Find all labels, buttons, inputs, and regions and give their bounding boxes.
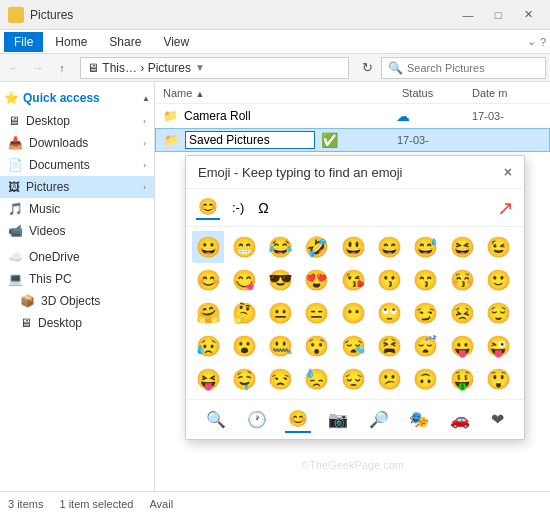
footer-clock-icon[interactable]: 🕐 (244, 407, 270, 432)
footer-magnify-icon[interactable]: 🔎 (366, 407, 392, 432)
refresh-button[interactable]: ↻ (357, 58, 377, 78)
thispc-icon: 💻 (8, 272, 23, 286)
footer-search-icon[interactable]: 🔍 (203, 407, 229, 432)
sidebar-item-music[interactable]: 🎵 Music (0, 198, 154, 220)
emoji-sweat[interactable]: 😓 (301, 363, 333, 395)
emoji-heart-eyes[interactable]: 😍 (301, 264, 333, 296)
emoji-kissing-heart[interactable]: 😘 (337, 264, 369, 296)
footer-masks-icon[interactable]: 🎭 (406, 407, 432, 432)
forward-button[interactable]: → (28, 58, 48, 78)
emoji-upside-down[interactable]: 🙃 (410, 363, 442, 395)
emoji-sleeping[interactable]: 😴 (410, 330, 442, 362)
quick-access-header[interactable]: ⭐ Quick access ▲ (0, 86, 154, 110)
emoji-smiley[interactable]: 😃 (337, 231, 369, 263)
sidebar-onedrive-label: OneDrive (29, 250, 80, 264)
camera-roll-name: Camera Roll (184, 109, 390, 123)
rename-input[interactable] (185, 131, 315, 149)
emoji-sleepy[interactable]: 😪 (337, 330, 369, 362)
search-bar[interactable]: 🔍 (381, 57, 546, 79)
up-button[interactable]: ↑ (52, 58, 72, 78)
emoji-slightly-smiling[interactable]: 🙂 (483, 264, 515, 296)
emoji-tired[interactable]: 😫 (374, 330, 406, 362)
footer-heart-icon[interactable]: ❤ (488, 407, 507, 432)
emoji-laughing[interactable]: 😆 (446, 231, 478, 263)
tab-home[interactable]: Home (45, 32, 97, 52)
sidebar-item-videos[interactable]: 📹 Videos (0, 220, 154, 242)
emoji-joy[interactable]: 😂 (265, 231, 297, 263)
emoji-rofl[interactable]: 🤣 (301, 231, 333, 263)
emoji-unamused[interactable]: 😒 (265, 363, 297, 395)
file-row-camera-roll[interactable]: 📁 Camera Roll ☁ 17-03- (155, 104, 550, 128)
emoji-smile[interactable]: 😄 (374, 231, 406, 263)
ribbon-help: ? (540, 36, 546, 48)
emoji-no-mouth[interactable]: 😶 (337, 297, 369, 329)
onedrive-icon: ☁️ (8, 250, 23, 264)
file-row-saved-pictures[interactable]: 📁 ✅ 17-03- (155, 128, 550, 152)
emoji-stuck-tongue-closed[interactable]: 😝 (192, 363, 224, 395)
tab-file[interactable]: File (4, 32, 43, 52)
sidebar-item-3dobjects[interactable]: 📦 3D Objects (0, 290, 154, 312)
emoji-pensive[interactable]: 😔 (337, 363, 369, 395)
emoji-blush[interactable]: 😊 (192, 264, 224, 296)
emoji-tab-text[interactable]: :-) (230, 198, 246, 217)
check-icon: ✅ (321, 132, 338, 148)
emoji-expressionless[interactable]: 😑 (301, 297, 333, 329)
sidebar-item-documents[interactable]: 📄 Documents › (0, 154, 154, 176)
emoji-confused[interactable]: 😕 (374, 363, 406, 395)
emoji-close-button[interactable]: × (504, 164, 512, 180)
footer-car-icon[interactable]: 🚗 (447, 407, 473, 432)
tab-share[interactable]: Share (99, 32, 151, 52)
sidebar-3dobjects-label: 3D Objects (41, 294, 100, 308)
camera-roll-date: 17-03- (472, 110, 542, 122)
close-button[interactable]: ✕ (514, 5, 542, 25)
breadcrumb[interactable]: 🖥 This… › Pictures ▼ (80, 57, 349, 79)
emoji-neutral[interactable]: 😐 (265, 297, 297, 329)
tab-view[interactable]: View (153, 32, 199, 52)
search-input[interactable] (407, 62, 539, 74)
emoji-kissing[interactable]: 😗 (374, 264, 406, 296)
col-date-header[interactable]: Date m (472, 87, 542, 99)
emoji-persevere[interactable]: 😣 (446, 297, 478, 329)
emoji-drooling[interactable]: 🤤 (228, 363, 260, 395)
emoji-sunglasses[interactable]: 😎 (265, 264, 297, 296)
col-status-header[interactable]: Status (402, 87, 472, 99)
emoji-tab-smiley[interactable]: 😊 (196, 195, 220, 220)
emoji-stuck-tongue[interactable]: 😛 (446, 330, 478, 362)
col-name-header[interactable]: Name ▲ (163, 87, 402, 99)
emoji-hugging[interactable]: 🤗 (192, 297, 224, 329)
emoji-wink[interactable]: 😉 (483, 231, 515, 263)
back-button[interactable]: ← (4, 58, 24, 78)
breadcrumb-dropdown[interactable]: ▼ (195, 62, 205, 73)
emoji-disappointed-relieved[interactable]: 😥 (192, 330, 224, 362)
sidebar-item-desktop2[interactable]: 🖥 Desktop (0, 312, 154, 334)
emoji-smirk[interactable]: 😏 (410, 297, 442, 329)
sidebar-item-desktop[interactable]: 🖥 Desktop › (0, 110, 154, 132)
emoji-money-mouth[interactable]: 🤑 (446, 363, 478, 395)
sidebar-item-onedrive[interactable]: ☁️ OneDrive (0, 246, 154, 268)
footer-camera-icon[interactable]: 📷 (325, 407, 351, 432)
emoji-astonished[interactable]: 😲 (483, 363, 515, 395)
emoji-zipper[interactable]: 🤐 (265, 330, 297, 362)
camera-roll-status: ☁ (396, 108, 466, 124)
sidebar-item-downloads[interactable]: 📥 Downloads › (0, 132, 154, 154)
maximize-button[interactable]: □ (484, 5, 512, 25)
footer-smiley-icon[interactable]: 😊 (285, 406, 311, 433)
emoji-relieved[interactable]: 😌 (483, 297, 515, 329)
emoji-grin[interactable]: 😁 (228, 231, 260, 263)
emoji-roll-eyes[interactable]: 🙄 (374, 297, 406, 329)
sidebar-item-thispc[interactable]: 💻 This PC (0, 268, 154, 290)
emoji-kissing-closed[interactable]: 😚 (446, 264, 478, 296)
emoji-stuck-tongue-wink[interactable]: 😜 (483, 330, 515, 362)
sidebar-item-pictures[interactable]: 🖼 Pictures › (0, 176, 154, 198)
emoji-sweat-smile[interactable]: 😅 (410, 231, 442, 263)
emoji-kissing-smiling[interactable]: 😙 (410, 264, 442, 296)
toolbar: ← → ↑ 🖥 This… › Pictures ▼ ↻ 🔍 (0, 54, 550, 82)
minimize-button[interactable]: — (454, 5, 482, 25)
emoji-hushed[interactable]: 😯 (301, 330, 333, 362)
emoji-grinning[interactable]: 😀 (192, 231, 224, 263)
emoji-yum[interactable]: 😋 (228, 264, 260, 296)
column-headers: Name ▲ Status Date m (155, 82, 550, 104)
emoji-open-mouth[interactable]: 😮 (228, 330, 260, 362)
emoji-thinking[interactable]: 🤔 (228, 297, 260, 329)
emoji-tab-symbols[interactable]: Ω (256, 198, 270, 218)
